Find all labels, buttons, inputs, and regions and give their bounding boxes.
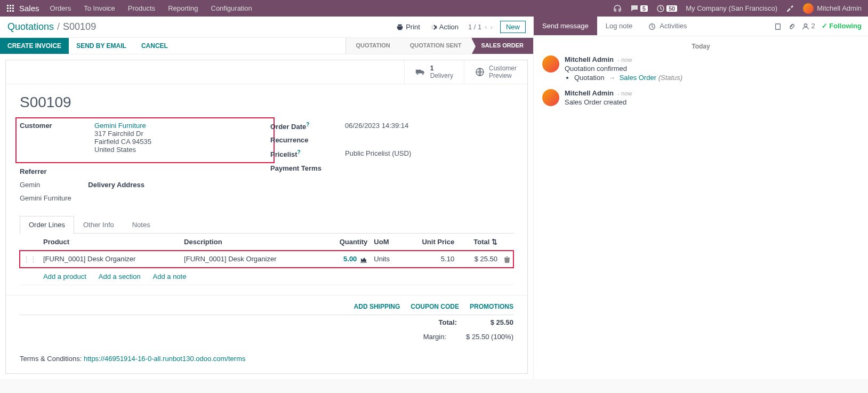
cell-unit-price[interactable]: 5.10	[403, 251, 458, 268]
svg-rect-8	[12, 10, 14, 12]
total-value: $ 25.50	[465, 318, 513, 326]
action-bar: CREATE INVOICE SEND BY EMAIL CANCEL QUOT…	[0, 38, 533, 54]
cell-quantity[interactable]: 5.00	[343, 255, 357, 263]
apps-icon[interactable]	[6, 4, 15, 13]
svg-rect-0	[7, 5, 9, 6]
table-row[interactable]: ⋮⋮ [FURN_0001] Desk Organizer [FURN_0001…	[20, 251, 513, 268]
print-button[interactable]: Print	[396, 23, 420, 31]
msg-link[interactable]: Sales Order	[620, 74, 656, 82]
delete-row-icon[interactable]	[504, 255, 510, 263]
company-switcher[interactable]: My Company (San Francisco)	[686, 4, 777, 12]
label-customer: Customer	[20, 122, 94, 154]
top-nav: Sales Orders To Invoice Products Reporti…	[0, 0, 868, 17]
msg-body: Quotation confirmed	[565, 65, 682, 73]
log-note-button[interactable]: Log note	[597, 17, 641, 35]
addr-line3: United States	[94, 146, 136, 154]
chatter-message: Mitchell Admin - now Sales Order created	[542, 89, 859, 106]
cancel-button[interactable]: CANCEL	[134, 38, 175, 54]
nav-to-invoice[interactable]: To Invoice	[84, 4, 115, 12]
gemini-furniture-text: Gemini Furniture	[20, 194, 71, 202]
pricelist-value: Public Pricelist (USD)	[345, 149, 411, 158]
order-lines-table: Product Description Quantity UoM Unit Pr…	[20, 234, 513, 285]
status-sales-order[interactable]: SALES ORDER	[471, 38, 533, 54]
th-uom[interactable]: UoM	[371, 234, 402, 251]
customer-link[interactable]: Gemini Furniture	[94, 122, 146, 130]
activities-button[interactable]: Activities	[641, 17, 694, 36]
th-unit-price[interactable]: Unit Price	[403, 234, 458, 251]
nav-orders[interactable]: Orders	[50, 4, 71, 12]
nav-reporting[interactable]: Reporting	[168, 4, 198, 12]
tray-clock-icon[interactable]: 50	[656, 4, 677, 13]
coupon-code-link[interactable]: COUPON CODE	[411, 303, 459, 310]
tab-order-lines[interactable]: Order Lines	[20, 216, 74, 234]
svg-rect-5	[12, 7, 14, 9]
drag-handle-icon[interactable]: ⋮⋮	[23, 255, 37, 263]
breadcrumb-parent[interactable]: Quotations	[7, 21, 54, 33]
svg-rect-6	[7, 10, 9, 12]
add-note-link[interactable]: Add a note	[153, 272, 187, 280]
msg-author[interactable]: Mitchell Admin	[565, 55, 614, 63]
terms-link[interactable]: https://46951914-16-0-all.runbot130.odoo…	[84, 355, 246, 363]
nav-configuration[interactable]: Configuration	[211, 4, 252, 12]
chatter-today: Today	[542, 43, 859, 50]
order-date-value: 06/26/2023 14:39:14	[345, 122, 408, 131]
th-total[interactable]: Total ⇅	[457, 234, 501, 251]
pager-prev[interactable]: ‹	[485, 23, 487, 31]
cell-product[interactable]: [FURN_0001] Desk Organizer	[40, 251, 181, 268]
add-product-link[interactable]: Add a product	[43, 272, 86, 280]
msg-time: - now	[618, 57, 632, 63]
tray-tools-icon[interactable]	[786, 4, 794, 13]
followers-count[interactable]: 2	[802, 22, 815, 30]
nav-brand[interactable]: Sales	[19, 4, 39, 13]
tab-other-info[interactable]: Other Info	[74, 216, 123, 233]
following-button[interactable]: ✓ Following	[822, 22, 862, 30]
label-delivery-address: Delivery Address	[88, 181, 163, 189]
send-by-email-button[interactable]: SEND BY EMAIL	[69, 38, 134, 54]
chatter: Send message Log note Activities 2 ✓ Fol…	[533, 17, 868, 379]
svg-rect-3	[7, 7, 9, 9]
th-description[interactable]: Description	[181, 234, 322, 251]
gemin-text: Gemin	[20, 181, 40, 189]
action-button[interactable]: Action	[430, 23, 459, 31]
create-invoice-button[interactable]: CREATE INVOICE	[0, 38, 69, 54]
customer-preview-button[interactable]: Customer Preview	[464, 60, 527, 84]
breadcrumb-sep: /	[57, 21, 60, 33]
avatar-icon	[542, 89, 559, 106]
breadcrumb-current: S00109	[63, 21, 96, 33]
avatar-icon	[542, 55, 559, 73]
arrow-icon: →	[608, 74, 615, 82]
terms-conditions: Terms & Conditions: https://46951914-16-…	[6, 349, 527, 373]
delivery-button[interactable]: 1 Delivery	[404, 60, 464, 84]
msg-author[interactable]: Mitchell Admin	[565, 89, 614, 97]
cell-uom[interactable]: Units	[371, 251, 402, 268]
add-section-link[interactable]: Add a section	[99, 272, 141, 280]
add-shipping-link[interactable]: ADD SHIPPING	[354, 303, 400, 310]
user-menu[interactable]: Mitchell Admin	[803, 3, 862, 14]
tray-chat-icon[interactable]: 5	[630, 4, 648, 13]
tabs: Order Lines Other Info Notes	[20, 216, 513, 234]
tab-notes[interactable]: Notes	[123, 216, 159, 233]
clip-icon[interactable]	[788, 22, 795, 30]
svg-rect-7	[10, 10, 11, 12]
clock-badge: 50	[666, 5, 677, 12]
status-quotation[interactable]: QUOTATION	[345, 38, 399, 54]
breadcrumb: Quotations / S00109 Print Action 1 / 1 ‹…	[0, 17, 533, 38]
avatar-icon	[803, 3, 814, 14]
forecast-icon[interactable]	[360, 255, 367, 263]
new-button[interactable]: New	[500, 21, 526, 33]
th-quantity[interactable]: Quantity	[322, 234, 371, 251]
pager-next[interactable]: ›	[491, 23, 493, 31]
tray-support-icon[interactable]	[613, 4, 622, 13]
promotions-link[interactable]: PROMOTIONS	[470, 303, 513, 310]
margin-value: $ 25.50 (100%)	[455, 333, 513, 341]
send-message-button[interactable]: Send message	[534, 17, 597, 35]
status-quotation-sent[interactable]: QUOTATION SENT	[400, 38, 471, 54]
attachment-icon[interactable]	[774, 22, 782, 30]
total-label: Total:	[414, 318, 457, 326]
nav-products[interactable]: Products	[128, 4, 155, 12]
th-product[interactable]: Product	[40, 234, 181, 251]
order-title: S00109	[20, 94, 513, 111]
cell-description[interactable]: [FURN_0001] Desk Organizer	[181, 251, 322, 268]
msg-body: Sales Order created	[565, 98, 632, 106]
svg-rect-1	[10, 5, 11, 6]
